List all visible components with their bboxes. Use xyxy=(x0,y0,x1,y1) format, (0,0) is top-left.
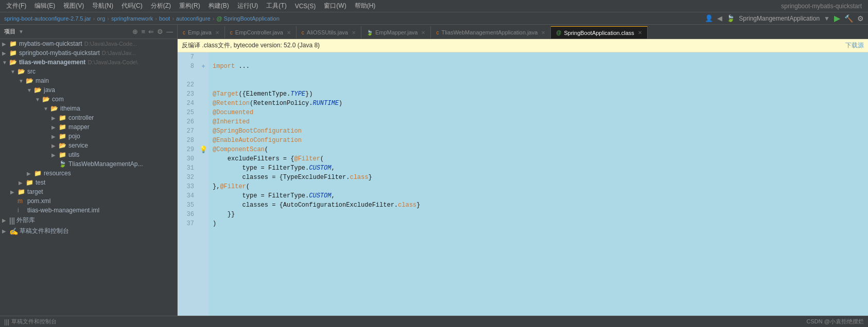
menu-run[interactable]: 运行(U) xyxy=(233,1,263,11)
sidebar-add-icon[interactable]: ⊕ xyxy=(132,28,138,35)
tree-item-mapper[interactable]: ▶ 📁 mapper xyxy=(0,122,177,132)
tree-item-scratches[interactable]: ▶ ✍ 草稿文件和控制台 xyxy=(0,226,177,237)
menu-build[interactable]: 构建(B) xyxy=(204,1,233,11)
tree-item-java[interactable]: ▼ 📂 java xyxy=(0,85,177,95)
gutter-line-37 xyxy=(198,219,209,228)
tab-springbootapp-class[interactable]: @ SpringBootApplication.class ✕ xyxy=(551,26,648,39)
menu-code[interactable]: 代码(C) xyxy=(117,1,147,11)
folder-icon: 📂 xyxy=(42,96,50,103)
breadcrumb-jar[interactable]: spring-boot-autoconfigure-2.7.5.jar xyxy=(4,15,91,22)
run-config-label: SpringMangementApplication xyxy=(739,15,820,22)
breadcrumb-springframework[interactable]: springframework xyxy=(111,15,153,22)
tree-item-springboot[interactable]: ▶ 📁 springboot-mybatis-quickstart D:\Jav… xyxy=(0,48,177,58)
folder-icon: 📁 xyxy=(59,123,67,131)
back-icon[interactable]: ◀ xyxy=(717,14,722,22)
filtertype-custom: CUSTOM xyxy=(309,164,331,173)
breadcrumb-boot[interactable]: boot xyxy=(159,15,170,22)
breadcrumb-bar: spring-boot-autoconfigure-2.7.5.jar › or… xyxy=(0,12,868,25)
tree-item-src[interactable]: ▼ 📂 src xyxy=(0,67,177,76)
tab-empcontroller-java[interactable]: c EmpController.java ✕ xyxy=(225,26,297,39)
tree-item-itheima[interactable]: ▼ 📂 itheima xyxy=(0,104,177,113)
tree-label: tlias-web-management xyxy=(19,59,85,66)
tree-item-target[interactable]: ▶ 📁 target xyxy=(0,187,177,196)
breadcrumb-class[interactable]: SpringBootApplication xyxy=(224,15,280,22)
tree-label: mapper xyxy=(68,123,90,131)
gutter-line-25 xyxy=(198,108,209,117)
tab-tlias-app-java[interactable]: c TliasWebManagementApplication.java ✕ xyxy=(431,26,551,39)
run-button[interactable]: ▶ xyxy=(834,13,840,23)
code-line-31: type = FilterType.CUSTOM, xyxy=(213,164,868,173)
menu-edit[interactable]: 编辑(E) xyxy=(30,1,59,11)
tab-close-icon[interactable]: ✕ xyxy=(287,30,291,35)
tab-close-icon[interactable]: ✕ xyxy=(541,30,545,35)
gutter-line-31 xyxy=(198,164,209,173)
build-button[interactable]: 🔨 xyxy=(844,14,853,23)
code-editor[interactable]: 7 8 22 23 24 25 26 27 28 29 30 31 32 33 … xyxy=(178,52,868,316)
profile-icon[interactable]: 👤 xyxy=(705,14,713,22)
tab-mapper-icon: 🍃 xyxy=(367,30,373,35)
gutter-line-30 xyxy=(198,154,209,164)
menu-help[interactable]: 帮助(H) xyxy=(351,1,380,11)
main-area: 项目 ▼ ⊕ ≡ ⇐ ⚙ — ▶ 📁 mybatis-own-quickstar… xyxy=(0,25,868,316)
tree-item-resources[interactable]: ▶ 📁 resources xyxy=(0,169,177,178)
tree-item-service[interactable]: ▶ 📂 service xyxy=(0,141,177,150)
sidebar-settings-icon[interactable]: ⚙ xyxy=(157,28,163,35)
gutter-line-33 xyxy=(198,182,209,191)
tree-item-pojo[interactable]: ▶ 📁 pojo xyxy=(0,132,177,141)
menu-view[interactable]: 视图(V) xyxy=(59,1,88,11)
tab-close-icon[interactable]: ✕ xyxy=(215,30,219,35)
sidebar-sort-icon[interactable]: ≡ xyxy=(141,28,145,35)
breadcrumb-class-icon: @ xyxy=(216,15,222,22)
annotation-retention: @Retention xyxy=(213,99,250,108)
breadcrumb-autoconfigure[interactable]: autoconfigure xyxy=(176,15,211,22)
tree-item-mybatis[interactable]: ▶ 📁 mybatis-own-quickstart D:\Java\Java-… xyxy=(0,39,177,48)
tree-item-utils[interactable]: ▶ 📁 utils xyxy=(0,150,177,159)
tree-item-appclass[interactable]: 🍃 TliasWebManagementAp... xyxy=(0,159,177,169)
settings-button[interactable]: ⚙ xyxy=(857,14,864,23)
tree-item-controller[interactable]: ▶ 📁 controller xyxy=(0,113,177,122)
menu-analyze[interactable]: 分析(Z) xyxy=(147,1,175,11)
tab-aliossutils-java[interactable]: c AliOSSUtils.java ✕ xyxy=(297,26,361,39)
tree-label: 草稿文件和控制台 xyxy=(20,227,69,235)
sidebar-content: ▶ 📁 mybatis-own-quickstart D:\Java\Java-… xyxy=(0,39,177,316)
tree-item-tlias[interactable]: ▼ 📂 tlias-web-management D:\Java\Java-Co… xyxy=(0,58,177,67)
folder-java-icon: 📂 xyxy=(34,86,42,94)
annotation-springbootconfiguration: @SpringBootConfiguration xyxy=(213,126,302,136)
tree-item-com[interactable]: ▼ 📂 com xyxy=(0,95,177,104)
menu-window[interactable]: 窗口(W) xyxy=(320,1,350,11)
tree-item-main[interactable]: ▼ 📂 main xyxy=(0,76,177,85)
tree-path: D:\Java\Jav... xyxy=(102,50,136,56)
gutter-line-32 xyxy=(198,173,209,182)
folder-icon: 📁 xyxy=(59,151,67,158)
tree-label: test xyxy=(36,179,45,186)
menu-vcs[interactable]: VCS(S) xyxy=(291,2,320,11)
tab-emp-java[interactable]: c Emp.java ✕ xyxy=(178,26,225,39)
tree-label: target xyxy=(27,188,43,195)
tree-label: TliasWebManagementAp... xyxy=(68,160,143,168)
menu-file[interactable]: 文件(F) xyxy=(2,1,30,11)
tree-item-external-lib[interactable]: ▶ ||| 外部库 xyxy=(0,215,177,226)
sidebar-minimize-icon[interactable]: — xyxy=(166,28,173,35)
chevron-right-icon: ▶ xyxy=(51,152,59,158)
tab-close-icon[interactable]: ✕ xyxy=(638,30,642,35)
breadcrumb-org[interactable]: org xyxy=(97,15,105,22)
tab-close-icon[interactable]: ✕ xyxy=(421,30,425,35)
sidebar-title-dropdown[interactable]: ▼ xyxy=(19,29,24,34)
run-config-dropdown[interactable]: ▼ xyxy=(824,15,830,22)
tab-empmapper-java[interactable]: 🍃 EmpMapper.java ✕ xyxy=(361,26,431,39)
tree-label: tlias-web-management.iml xyxy=(27,207,99,214)
download-source-link[interactable]: 下载源 xyxy=(845,41,864,50)
folder-icon: 📁 xyxy=(9,40,18,47)
tree-item-pom[interactable]: m pom.xml xyxy=(0,196,177,206)
menu-tools[interactable]: 工具(T) xyxy=(262,1,290,11)
tab-close-icon[interactable]: ✕ xyxy=(352,30,356,35)
sidebar-collapse-icon[interactable]: ⇐ xyxy=(148,28,154,35)
tree-item-iml[interactable]: i tlias-web-management.iml xyxy=(0,206,177,215)
tree-item-test[interactable]: ▶ 📁 test xyxy=(0,178,177,187)
tree-label: service xyxy=(68,142,88,149)
status-icon: ||| xyxy=(4,318,9,325)
menu-navigate[interactable]: 导航(N) xyxy=(88,1,117,11)
gutter-line-7 xyxy=(198,52,209,62)
tab-label: Emp.java xyxy=(188,29,212,35)
menu-refactor[interactable]: 重构(R) xyxy=(175,1,204,11)
